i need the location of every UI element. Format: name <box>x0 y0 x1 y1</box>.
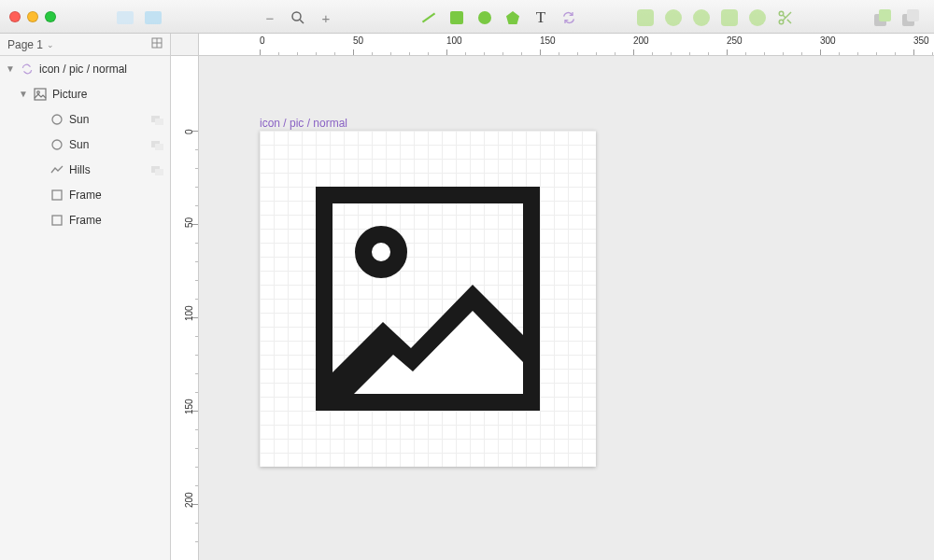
layer-label: Sun <box>69 138 146 151</box>
symbol-tool-button[interactable] <box>559 7 579 28</box>
pentagon-icon <box>506 11 519 24</box>
layer-row-item[interactable]: Frame <box>0 182 170 207</box>
svg-rect-10 <box>35 89 46 100</box>
action-tools <box>635 7 796 28</box>
bring-forward-icon <box>874 9 891 26</box>
toolbar-layer-buttons <box>115 7 163 28</box>
horizontal-ruler[interactable]: 050100150200250300350 <box>199 34 934 56</box>
fullscreen-icon[interactable] <box>45 11 56 22</box>
chevron-down-icon: ⌄ <box>47 40 54 49</box>
sun-shape[interactable] <box>355 226 407 278</box>
app-toolbar: − + T <box>0 0 934 34</box>
svg-point-3 <box>779 20 784 24</box>
scale-button[interactable] <box>747 7 768 28</box>
ruler-origin[interactable] <box>171 34 199 56</box>
link-icon <box>151 165 164 175</box>
vertical-ruler[interactable]: 050100150200 <box>171 56 199 560</box>
line-icon <box>422 13 435 23</box>
polygon-tool-button[interactable] <box>502 7 523 28</box>
svg-point-15 <box>52 140 62 149</box>
grid-toggle-icon[interactable] <box>151 37 163 51</box>
mask-icon <box>721 9 738 26</box>
layer-row-root[interactable]: ▼ icon / pic / normal <box>0 56 170 81</box>
svg-line-1 <box>300 20 304 23</box>
disclosure-triangle-icon[interactable]: ▼ <box>19 89 28 99</box>
square-icon <box>450 11 463 24</box>
layer-row-item[interactable]: Sun <box>0 106 170 132</box>
layer-label: Hills <box>69 163 146 176</box>
link-icon <box>151 115 164 124</box>
layer-label: Frame <box>69 214 164 227</box>
svg-rect-17 <box>155 144 163 150</box>
arrange-tools <box>872 7 921 28</box>
svg-rect-19 <box>155 169 163 175</box>
pill-icon <box>693 9 710 26</box>
canvas-area: 050100150200250300350 050100150200 icon … <box>171 34 934 560</box>
link-icon <box>151 140 164 149</box>
forward-button[interactable] <box>872 7 893 28</box>
backward-button[interactable] <box>900 7 921 28</box>
zoom-controls: − + <box>260 7 336 28</box>
transform-button[interactable] <box>691 7 712 28</box>
window-controls <box>9 11 56 22</box>
zoom-out-button[interactable]: − <box>260 7 280 28</box>
refresh-icon <box>665 9 682 26</box>
rotate-icon <box>637 9 654 26</box>
line-tool-button[interactable] <box>418 7 439 28</box>
scissors-icon <box>777 9 794 26</box>
layer-row-item[interactable]: Sun <box>0 132 170 157</box>
slice-tool-button[interactable] <box>143 7 163 28</box>
layer-label: Sun <box>69 113 146 126</box>
layer-label: Picture <box>52 88 164 101</box>
artboard-tool-button[interactable] <box>115 7 135 28</box>
zoom-in-button[interactable]: + <box>316 7 336 28</box>
minimize-icon[interactable] <box>27 11 38 22</box>
svg-point-2 <box>779 11 784 16</box>
symbol-icon <box>21 63 34 76</box>
page-selector[interactable]: Page 1 ⌄ <box>0 34 170 56</box>
path-shape-icon <box>50 163 64 176</box>
svg-line-6 <box>783 15 785 18</box>
layer-row-item[interactable]: Hills <box>0 157 170 182</box>
page-label: Page 1 <box>7 38 43 51</box>
rectangle-tool-button[interactable] <box>446 7 467 28</box>
svg-rect-21 <box>52 216 62 225</box>
layer-row-item[interactable]: Frame <box>0 207 170 232</box>
rect-shape-icon <box>50 214 64 227</box>
svg-rect-20 <box>52 190 62 200</box>
layer-list: ▼ icon / pic / normal ▼ Picture Sun Sun <box>0 56 170 560</box>
mask-button[interactable] <box>719 7 740 28</box>
text-tool-button[interactable]: T <box>531 7 551 28</box>
artboard-title[interactable]: icon / pic / normal <box>260 117 347 130</box>
circle-icon <box>478 11 491 24</box>
image-icon <box>34 88 47 101</box>
svg-line-5 <box>787 20 791 23</box>
hills-shape[interactable] <box>333 275 523 394</box>
oval-shape-icon <box>50 113 64 126</box>
refresh-button[interactable] <box>663 7 684 28</box>
sync-icon <box>561 10 576 25</box>
layers-sidebar: Page 1 ⌄ ▼ icon / pic / normal ▼ Picture… <box>0 34 171 560</box>
shape-tools: T <box>418 7 579 28</box>
scale-icon <box>749 9 766 26</box>
picture-symbol[interactable] <box>316 187 540 411</box>
layer-label: icon / pic / normal <box>39 63 164 76</box>
rotate-button[interactable] <box>635 7 656 28</box>
canvas-viewport[interactable]: icon / pic / normal <box>199 56 934 560</box>
svg-point-12 <box>52 115 62 124</box>
disclosure-triangle-icon[interactable]: ▼ <box>6 63 15 74</box>
artboard[interactable] <box>260 131 596 467</box>
zoom-icon[interactable] <box>288 7 308 28</box>
text-icon: T <box>536 8 545 27</box>
oval-shape-icon <box>50 138 64 151</box>
rect-shape-icon <box>50 189 64 202</box>
layer-row-group[interactable]: ▼ Picture <box>0 81 170 106</box>
layer-label: Frame <box>69 189 164 202</box>
svg-point-11 <box>37 91 40 93</box>
svg-rect-14 <box>155 119 163 125</box>
oval-tool-button[interactable] <box>474 7 495 28</box>
workarea: Page 1 ⌄ ▼ icon / pic / normal ▼ Picture… <box>0 34 934 560</box>
close-icon[interactable] <box>9 11 21 22</box>
send-backward-icon <box>902 9 919 26</box>
scissors-button[interactable] <box>775 7 796 28</box>
